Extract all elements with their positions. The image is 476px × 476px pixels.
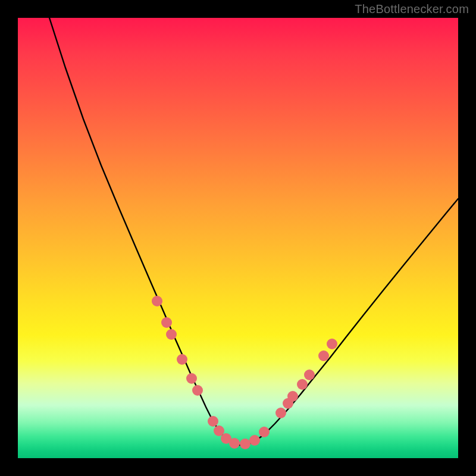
- gradient-fill: [18, 18, 458, 458]
- plot-area: [18, 18, 458, 458]
- watermark-text: TheBottlenecker.com: [355, 2, 469, 16]
- chart-frame: TheBottlenecker.com: [0, 0, 476, 476]
